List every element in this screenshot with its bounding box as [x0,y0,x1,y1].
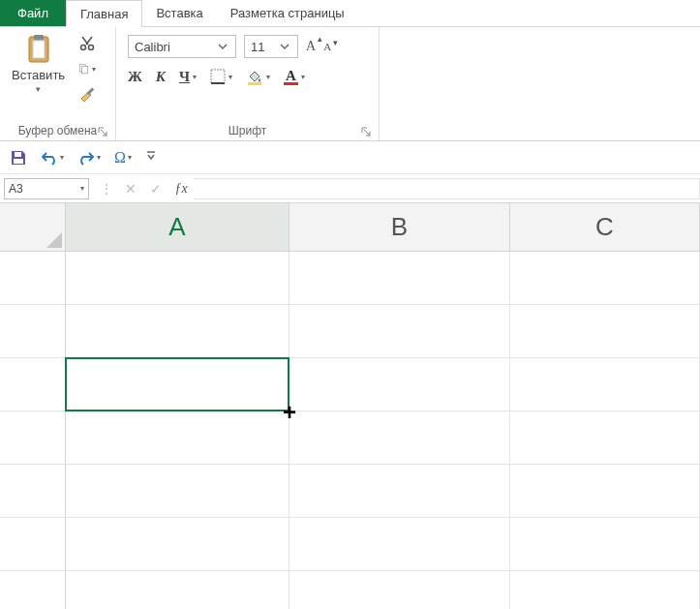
italic-button[interactable]: К [156,69,166,85]
cell[interactable] [510,518,700,571]
borders-button[interactable]: ▾ [210,69,232,84]
group-clipboard: Вставить ▾ ▾ Буфер обмена [0,27,116,140]
quick-access-toolbar: ▾ ▾ Ω ▾ [0,141,700,174]
cell[interactable] [510,411,700,465]
tab-file[interactable]: Файл [0,0,66,26]
col-header-b[interactable]: B [289,203,510,252]
svg-rect-10 [248,82,261,85]
ribbon: Вставить ▾ ▾ Буфер обмена [0,27,700,141]
select-all-corner[interactable] [0,203,66,252]
cell[interactable] [510,358,700,411]
row-header[interactable] [0,571,66,609]
decrease-font-button[interactable]: A▾ [323,41,331,52]
cancel-formula-button[interactable]: ✕ [118,178,143,199]
tab-home[interactable]: Главная [66,0,142,27]
bold-button[interactable]: Ж [128,69,142,85]
enter-formula-button[interactable]: ✓ [143,178,168,199]
cell[interactable] [66,518,289,571]
cell[interactable] [66,305,289,358]
symbol-button[interactable]: Ω ▾ [114,149,132,167]
col-header-a[interactable]: A [66,203,289,252]
cell[interactable] [66,411,289,465]
svg-rect-2 [34,35,44,40]
cell[interactable] [289,411,510,465]
cell[interactable] [289,465,510,518]
cell[interactable] [510,252,700,305]
cut-button[interactable] [78,35,96,52]
svg-rect-8 [211,70,225,83]
cell[interactable] [289,358,510,411]
increase-font-button[interactable]: A▴ [306,39,316,54]
cell[interactable] [66,358,289,411]
svg-rect-6 [82,67,88,74]
formula-handle[interactable]: ⋮ [93,178,118,199]
customize-qat-button[interactable] [145,150,157,165]
undo-button[interactable]: ▾ [41,149,64,167]
cell[interactable] [289,305,510,358]
underline-button[interactable]: Ч▾ [179,69,197,85]
copy-button[interactable]: ▾ [78,60,96,77]
caret-down-icon: ▾ [333,38,338,47]
group-label: Буфер обмена [18,124,98,137]
borders-icon [210,69,226,84]
row-header[interactable] [0,518,66,571]
col-header-c[interactable]: C [510,203,700,252]
fill-handle-icon[interactable]: + [279,402,300,423]
cell[interactable] [289,252,510,305]
caret-down-icon: ▾ [92,65,96,74]
formula-input[interactable] [194,178,700,199]
brush-icon [78,85,96,103]
dialog-launcher-icon[interactable] [96,125,109,138]
cell[interactable] [66,252,289,305]
cell[interactable] [510,571,700,609]
scissors-icon [78,35,96,52]
caret-down-icon: ▾ [301,73,305,81]
svg-rect-12 [15,152,21,157]
row-header[interactable] [0,305,66,358]
row-header[interactable] [0,358,66,411]
row-header[interactable] [0,252,66,305]
caret-down-icon: ▾ [97,153,101,162]
tab-insert[interactable]: Вставка [142,0,216,26]
caret-down-icon: ▾ [193,73,197,81]
svg-rect-11 [14,159,23,164]
dialog-launcher-icon[interactable] [359,125,373,138]
caret-down-icon: ▾ [128,153,132,162]
caret-down-icon: ▾ [80,184,84,193]
paste-label: Вставить [12,68,65,82]
row-headers [0,252,66,609]
cell[interactable] [66,571,289,609]
insert-function-button[interactable]: ƒx [168,178,194,199]
cell[interactable] [66,465,289,518]
redo-icon [77,149,95,167]
name-box-value: A3 [9,182,23,196]
svg-point-4 [89,46,94,50]
tab-page-layout[interactable]: Разметка страницы [217,0,358,26]
font-name-combo[interactable]: Calibri [128,35,236,58]
name-box[interactable]: A3 ▾ [4,178,89,199]
paste-button[interactable]: Вставить ▾ [6,29,71,94]
cell[interactable] [510,465,700,518]
caret-down-icon: ▾ [266,73,270,81]
font-size-value: 11 [251,40,264,54]
font-size-combo[interactable]: 11 [244,35,298,58]
formula-bar-row: A3 ▾ ⋮ ✕ ✓ ƒx [0,174,700,203]
column-headers: A B C [66,203,700,252]
font-color-icon: A [284,69,298,85]
cell[interactable] [510,305,700,358]
grip-dots-icon: ⋮ [100,186,112,192]
format-painter-button[interactable] [78,85,96,103]
cells-area [66,252,700,609]
undo-icon [41,149,58,167]
cell[interactable] [289,518,510,571]
cell[interactable] [289,571,510,609]
row-header[interactable] [0,411,66,465]
redo-button[interactable]: ▾ [77,149,101,167]
fill-color-button[interactable]: ▾ [246,68,270,85]
caret-up-icon: ▴ [318,34,322,44]
save-button[interactable] [10,149,27,167]
copy-icon [78,61,89,76]
row-header[interactable] [0,465,66,518]
group-label: Шрифт [228,124,266,137]
font-color-button[interactable]: A ▾ [284,69,305,85]
